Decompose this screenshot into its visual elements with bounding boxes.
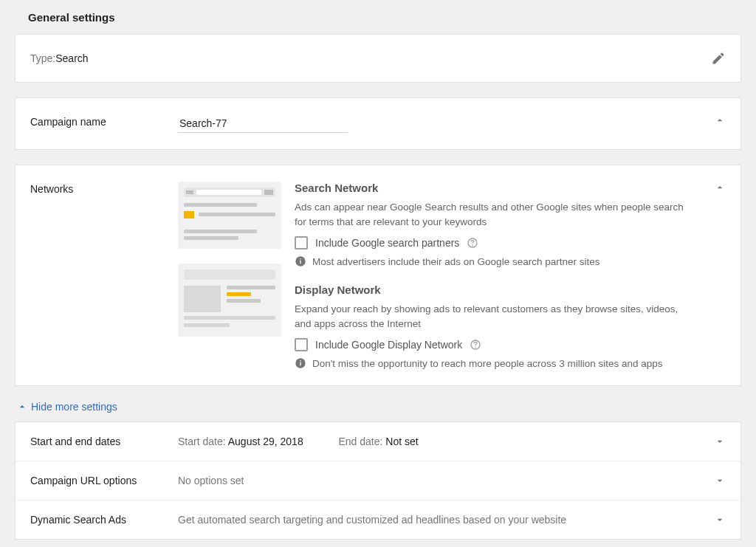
search-network-info: Most advertisers include their ads on Go… — [312, 256, 599, 267]
type-card: Type: Search — [15, 34, 741, 83]
search-mock-icon — [178, 182, 281, 249]
networks-label: Networks — [30, 182, 178, 195]
help-icon[interactable] — [470, 339, 481, 351]
campaign-name-input[interactable] — [178, 114, 348, 133]
campaign-url-options-row[interactable]: Campaign URL options No options set — [16, 461, 740, 500]
start-date-label: Start date: — [178, 436, 228, 447]
edit-icon[interactable] — [711, 51, 726, 66]
campaign-name-card: Campaign name — [15, 97, 741, 150]
dsa-value: Get automated search targeting and custo… — [178, 514, 696, 526]
include-display-network-checkbox[interactable] — [295, 338, 308, 351]
more-settings-list: Start and end dates Start date: August 2… — [15, 422, 741, 540]
hide-more-label: Hide more settings — [31, 401, 117, 413]
hide-more-settings-toggle[interactable]: Hide more settings — [16, 401, 741, 413]
search-network-title: Search Network — [295, 182, 696, 194]
chevron-down-icon — [714, 475, 726, 486]
type-value: Search — [55, 52, 88, 64]
networks-card: Networks Search Network Ads can — [15, 165, 741, 386]
dates-label: Start and end dates — [30, 436, 178, 447]
display-network-desc: Expand your reach by showing ads to rele… — [295, 302, 696, 331]
svg-rect-2 — [300, 258, 300, 259]
chevron-up-icon — [16, 401, 28, 413]
svg-rect-4 — [300, 362, 300, 366]
chevron-up-icon[interactable] — [714, 182, 726, 193]
chevron-up-icon[interactable] — [714, 114, 726, 126]
network-thumbnails — [178, 182, 281, 351]
page-title: General settings — [28, 11, 741, 24]
dynamic-search-ads-row[interactable]: Dynamic Search Ads Get automated search … — [16, 500, 740, 539]
chevron-down-icon — [714, 514, 726, 526]
chevron-down-icon — [714, 436, 726, 447]
info-icon — [295, 357, 306, 369]
campaign-name-label: Campaign name — [30, 114, 178, 128]
type-label: Type: — [30, 52, 55, 64]
end-date-label: End date: — [338, 436, 385, 447]
start-end-dates-row[interactable]: Start and end dates Start date: August 2… — [16, 422, 740, 461]
display-network-info: Don't miss the opportunity to reach more… — [312, 358, 663, 369]
dsa-label: Dynamic Search Ads — [30, 514, 178, 526]
svg-rect-1 — [300, 261, 300, 264]
info-icon — [295, 255, 306, 267]
display-network-title: Display Network — [295, 283, 696, 296]
display-mock-icon — [178, 264, 281, 337]
include-search-partners-label: Include Google search partners — [315, 237, 459, 249]
help-icon[interactable] — [467, 237, 478, 249]
start-date-value: August 29, 2018 — [228, 436, 303, 447]
url-options-value: No options set — [178, 475, 696, 486]
end-date-value: Not set — [385, 436, 418, 447]
include-search-partners-checkbox[interactable] — [295, 236, 308, 250]
search-network-desc: Ads can appear near Google Search result… — [295, 200, 696, 229]
include-display-network-label: Include Google Display Network — [315, 339, 462, 351]
url-options-label: Campaign URL options — [30, 475, 178, 486]
svg-rect-5 — [300, 360, 300, 361]
